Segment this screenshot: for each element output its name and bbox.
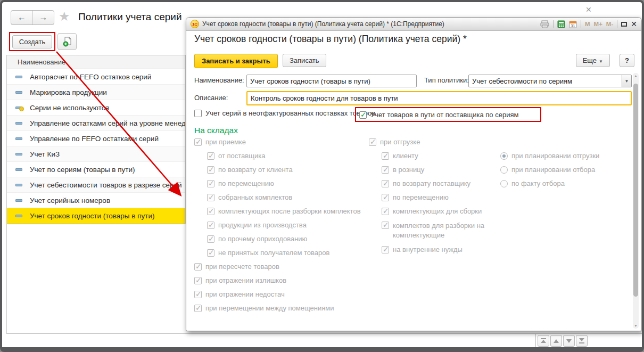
- list-item-selected[interactable]: Учет сроков годности (товары в пути): [7, 208, 185, 224]
- checkbox-checked-icon: [359, 111, 367, 119]
- move-up-icon: [553, 339, 559, 343]
- checkbox-icon: [207, 208, 214, 215]
- checkbox-icon: [194, 305, 202, 312]
- move-up-button[interactable]: [550, 335, 562, 347]
- list-item[interactable]: Учет по сериям (товары в пути): [7, 162, 185, 177]
- checkbox-unbilled-deliveries[interactable]: Учет серий в неотфактурованных поставках…: [194, 109, 375, 117]
- checkbox-label: от поставщика: [218, 152, 265, 160]
- more-button[interactable]: Еще▼: [576, 54, 610, 67]
- checkbox-shipment: при отгрузке: [369, 138, 511, 152]
- save-button[interactable]: Записать: [283, 54, 326, 67]
- radio-icon: [500, 180, 508, 187]
- checkbox-label: комплектующих после разборки комплектов: [218, 207, 361, 215]
- combo-dropdown-button[interactable]: ▼: [622, 75, 631, 87]
- catalog-item-icon: [15, 122, 22, 125]
- checkbox-receipt: при приемке: [194, 138, 366, 152]
- list-item[interactable]: Серии не используются: [7, 100, 185, 116]
- checkbox-shipment-child: клиенту: [382, 152, 511, 166]
- calculator-icon[interactable]: [557, 20, 565, 28]
- create-button[interactable]: Создать: [12, 35, 52, 48]
- printer-icon[interactable]: [540, 20, 549, 28]
- move-down-button[interactable]: [563, 335, 575, 347]
- maximize-icon[interactable]: [621, 22, 627, 27]
- catalog-item-icon: [15, 184, 22, 186]
- radio-plan-shipment: при планировании отгрузки: [500, 152, 633, 166]
- list-item[interactable]: Учет себестоимости товаров в разрезе сер…: [7, 177, 185, 193]
- checkbox-icon: [207, 235, 214, 243]
- policy-type-combobox[interactable]: Учет себестоимости по сериям ▼: [468, 75, 632, 87]
- list-item-label: Учет по сериям (товары в пути): [30, 166, 135, 174]
- list-item[interactable]: Учет КиЗ: [7, 146, 185, 162]
- list-column-header[interactable]: Наименование: [7, 55, 185, 69]
- forward-icon: →: [39, 13, 48, 22]
- catalog-item-default-icon: [15, 107, 22, 109]
- memory-recall-button[interactable]: M: [585, 21, 590, 27]
- checkbox-receipt-child: по возврату от клиента: [207, 166, 366, 179]
- memory-subtract-button[interactable]: M-: [606, 21, 613, 27]
- radio-label: по факту отбора: [511, 179, 565, 187]
- checkbox-label: при отгрузке: [380, 138, 420, 146]
- more-label: Еще: [583, 56, 597, 64]
- checkbox-label: по возврату от клиента: [218, 166, 293, 174]
- save-and-close-button[interactable]: Записать и закрыть: [194, 54, 278, 68]
- scroll-down-icon[interactable]: ▼: [633, 324, 639, 328]
- checkbox-icon: [382, 166, 389, 174]
- dialog-scrollbar[interactable]: ▲ ▼: [633, 73, 639, 329]
- list-item[interactable]: Управление остатками серий на уровне мен…: [7, 116, 185, 131]
- list-item-label: Маркировка продукции: [30, 88, 107, 96]
- radio-fact-picking: по факту отбора: [500, 179, 633, 193]
- checkbox-label: продукции из производства: [218, 221, 307, 229]
- list-item-label: Учет себестоимости товаров в разрезе сер…: [30, 181, 182, 189]
- checkbox-transit-label[interactable]: Учет товаров в пути от поставщика по сер…: [370, 111, 518, 119]
- scroll-up-icon[interactable]: ▲: [633, 74, 639, 78]
- checkbox-icon: [382, 222, 389, 229]
- checkbox-other: при перемещении между помещениями: [194, 304, 366, 318]
- move-down-icon: [566, 339, 572, 343]
- checkbox-icon: [194, 110, 202, 117]
- list-item[interactable]: Авторасчет по FEFO остатков серий: [7, 69, 185, 85]
- calendar-icon[interactable]: 31: [569, 20, 577, 28]
- checkbox-shipment-child: на внутренние нужды: [382, 245, 511, 259]
- shipment-timing-radios: при планировании отгрузки при планирован…: [500, 152, 633, 193]
- radio-icon: [500, 166, 508, 174]
- checkbox-label: в розницу: [393, 166, 424, 174]
- memory-add-button[interactable]: M+: [594, 21, 602, 27]
- checkbox-label: клиенту: [393, 152, 418, 160]
- dialog-heading: Учет сроков годности (товары в пути) (По…: [194, 34, 467, 45]
- checkbox-label: не принятых получателем товаров: [218, 249, 329, 257]
- page-title: Политики учета серий: [78, 11, 182, 23]
- description-input[interactable]: Контроль сроков годности для товаров в п…: [246, 91, 632, 105]
- create-button-highlight: Создать: [9, 32, 55, 51]
- move-to-top-button[interactable]: [538, 335, 549, 347]
- dialog-title: Учет сроков годности (товары в пути) (По…: [202, 20, 537, 28]
- checkbox-label: комплектов для разборки на комплектующие: [393, 221, 511, 240]
- checkbox-label: по перемещению: [393, 193, 449, 201]
- catalog-item-icon: [15, 168, 22, 171]
- list-item[interactable]: Маркировка продукции: [7, 85, 185, 100]
- create-by-copy-button[interactable]: [57, 33, 77, 50]
- checkbox-transit-highlight: Учет товаров в пути от поставщика по сер…: [355, 107, 541, 122]
- help-button[interactable]: ?: [620, 54, 634, 67]
- list-item[interactable]: Управление по FEFO остатками серий: [7, 131, 185, 146]
- list-item-label: Учет серийных номеров: [30, 197, 110, 204]
- footer-divider: [535, 333, 536, 349]
- dialog-close-icon[interactable]: ✕: [631, 20, 637, 28]
- dialog-titlebar[interactable]: 1С Учет сроков годности (товары в пути) …: [186, 18, 641, 31]
- list-item-label: Управление по FEFO остатками серий: [30, 135, 159, 143]
- scrollbar-thumb[interactable]: [633, 84, 638, 297]
- back-button[interactable]: ←: [11, 11, 32, 24]
- separator: [553, 20, 554, 28]
- list-item-label: Управление остатками серий на уровне мен…: [30, 119, 185, 127]
- radio-plan-picking: при планировании отбора: [500, 166, 633, 179]
- list-item[interactable]: Учет серийных номеров: [7, 193, 185, 208]
- forward-button[interactable]: →: [32, 11, 54, 24]
- checkbox-icon: [194, 277, 202, 284]
- policy-type-value: Учет себестоимости по сериям: [472, 77, 572, 85]
- checkbox-receipt-child: по прочему оприходованию: [207, 235, 366, 249]
- policies-list: Наименование Авторасчет по FEFO остатков…: [6, 55, 186, 224]
- background-close-icon[interactable]: ✕: [585, 5, 592, 14]
- list-item-label: Серии не используются: [30, 104, 109, 112]
- name-input[interactable]: Учет сроков годности (товары в пути): [246, 75, 417, 87]
- favorite-star-icon[interactable]: ★: [59, 9, 70, 24]
- move-to-bottom-button[interactable]: [576, 335, 588, 347]
